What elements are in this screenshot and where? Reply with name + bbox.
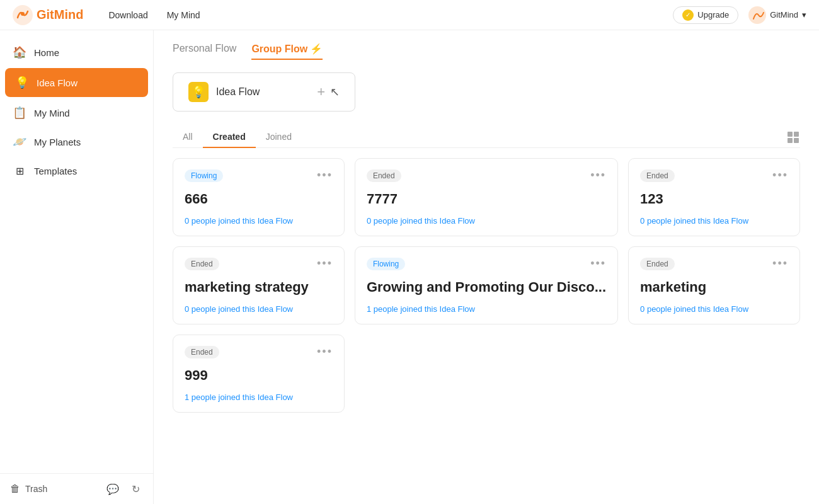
card-menu-button[interactable]: ••• [317, 257, 333, 270]
topnav-links: Download My Mind [108, 10, 673, 20]
sidebar-item-idea-flow[interactable]: 💡 Idea Flow [5, 68, 148, 97]
card-header: Flowing ••• [185, 169, 333, 182]
card-header: Ended ••• [367, 169, 606, 182]
card-header: Ended ••• [640, 169, 788, 182]
card-people: 0 people joined this Idea Flow [367, 216, 606, 226]
filter-tab-joined[interactable]: Joined [256, 127, 302, 148]
refresh-icon[interactable]: ↻ [128, 481, 143, 496]
card-title: marketing strategy [185, 279, 333, 295]
svg-rect-5 [788, 138, 793, 143]
svg-rect-3 [788, 132, 793, 137]
svg-rect-4 [794, 132, 799, 137]
trash-label: Trash [25, 484, 47, 494]
logo-text: GitMind [37, 8, 83, 22]
sidebar-label-my-planets: My Planets [34, 137, 81, 147]
card-header: Ended ••• [640, 257, 788, 270]
sidebar-item-home[interactable]: 🏠 Home [0, 38, 153, 67]
svg-rect-6 [794, 138, 799, 143]
nav-my-mind[interactable]: My Mind [167, 10, 200, 20]
status-badge: Ended [367, 169, 401, 182]
card-menu-button[interactable]: ••• [317, 345, 333, 358]
card-header: Ended ••• [185, 257, 333, 270]
status-badge: Ended [640, 169, 675, 182]
card-people: 1 people joined this Idea Flow [367, 304, 606, 314]
tab-personal-flow[interactable]: Personal Flow [173, 43, 236, 60]
sidebar-label-templates: Templates [34, 166, 77, 176]
card-menu-button[interactable]: ••• [772, 169, 788, 182]
flow-tabs: Personal Flow Group Flow⚡ [173, 43, 800, 60]
grid-view-icon [786, 130, 800, 144]
view-toggle-button[interactable] [786, 130, 800, 144]
card-people: 0 people joined this Idea Flow [640, 304, 788, 314]
create-card-label: Idea Flow [216, 86, 309, 98]
card-menu-button[interactable]: ••• [590, 169, 606, 182]
status-badge: Flowing [367, 258, 405, 270]
sidebar: 🏠 Home 💡 Idea Flow 📋 My Mind 🪐 My Planet… [0, 30, 154, 504]
flow-card-card-1[interactable]: Flowing ••• 666 0 people joined this Ide… [173, 158, 345, 236]
trash-button[interactable]: 🗑 Trash [10, 483, 95, 495]
user-avatar-icon [748, 6, 766, 24]
filter-tabs: All Created Joined [173, 127, 800, 148]
logo-icon [13, 5, 33, 25]
status-badge: Ended [640, 258, 675, 270]
sidebar-nav: 🏠 Home 💡 Idea Flow 📋 My Mind 🪐 My Planet… [0, 30, 153, 473]
trash-icon: 🗑 [10, 483, 20, 495]
create-card-plus: + [317, 84, 325, 100]
templates-icon: ⊞ [13, 164, 26, 178]
sidebar-bottom: 🗑 Trash 💬 ↻ [0, 473, 153, 504]
card-people: 0 people joined this Idea Flow [640, 216, 788, 226]
flow-card-card-3[interactable]: Ended ••• 123 0 people joined this Idea … [628, 158, 800, 236]
svg-point-1 [21, 12, 25, 16]
upgrade-button[interactable]: ✓ Upgrade [673, 6, 738, 24]
sidebar-bottom-icons: 💬 ↻ [105, 481, 143, 496]
sidebar-label-home: Home [34, 47, 59, 58]
card-title: 999 [185, 367, 333, 384]
my-mind-icon: 📋 [13, 106, 26, 120]
flow-card-card-4[interactable]: Ended ••• marketing strategy 0 people jo… [173, 246, 345, 324]
user-dropdown-icon: ▾ [802, 10, 806, 20]
card-header: Ended ••• [185, 345, 333, 358]
create-card-icon: 💡 [188, 82, 209, 102]
sidebar-label-idea-flow: Idea Flow [37, 77, 77, 88]
filter-all-label: All [183, 132, 193, 142]
status-badge: Ended [185, 346, 219, 358]
filter-joined-label: Joined [266, 132, 292, 142]
card-menu-button[interactable]: ••• [772, 257, 788, 270]
chat-icon[interactable]: 💬 [105, 481, 120, 496]
filter-tab-created[interactable]: Created [203, 127, 256, 148]
card-title: 7777 [367, 191, 606, 207]
card-people: 1 people joined this Idea Flow [185, 392, 333, 402]
filter-tab-all[interactable]: All [173, 127, 203, 148]
card-people: 0 people joined this Idea Flow [185, 216, 333, 226]
sidebar-item-my-mind[interactable]: 📋 My Mind [0, 98, 153, 127]
card-title: 666 [185, 191, 333, 207]
nav-download[interactable]: Download [108, 10, 147, 20]
cursor-pointer-icon: ↖ [330, 85, 340, 99]
sidebar-item-my-planets[interactable]: 🪐 My Planets [0, 127, 153, 156]
sidebar-label-my-mind: My Mind [34, 108, 70, 118]
group-flow-label: Group Flow [251, 43, 307, 54]
flow-card-card-2[interactable]: Ended ••• 7777 0 people joined this Idea… [355, 158, 618, 236]
svg-point-2 [748, 6, 766, 24]
card-header: Flowing ••• [367, 257, 606, 270]
topnav: GitMind Download My Mind ✓ Upgrade GitMi… [0, 0, 819, 30]
card-menu-button[interactable]: ••• [590, 257, 606, 270]
card-title: Growing and Promoting Our Disco... [367, 279, 606, 295]
home-icon: 🏠 [13, 45, 26, 59]
card-title: marketing [640, 279, 788, 295]
flow-card-card-6[interactable]: Ended ••• marketing 0 people joined this… [628, 246, 800, 324]
card-menu-button[interactable]: ••• [317, 169, 333, 182]
logo[interactable]: GitMind [13, 5, 83, 25]
card-people: 0 people joined this Idea Flow [185, 304, 333, 314]
status-badge: Ended [185, 258, 219, 270]
user-menu[interactable]: GitMind ▾ [748, 6, 806, 24]
flow-card-card-7[interactable]: Ended ••• 999 1 people joined this Idea … [173, 335, 345, 413]
layout: 🏠 Home 💡 Idea Flow 📋 My Mind 🪐 My Planet… [0, 30, 819, 504]
tab-group-flow[interactable]: Group Flow⚡ [251, 43, 323, 60]
flow-card-card-5[interactable]: Flowing ••• Growing and Promoting Our Di… [355, 246, 618, 324]
personal-flow-label: Personal Flow [173, 43, 236, 54]
topnav-right: ✓ Upgrade GitMind ▾ [673, 6, 806, 24]
sidebar-item-templates[interactable]: ⊞ Templates [0, 156, 153, 185]
create-idea-flow-card[interactable]: 💡 Idea Flow + ↖ [173, 72, 355, 112]
filter-created-label: Created [213, 132, 246, 142]
